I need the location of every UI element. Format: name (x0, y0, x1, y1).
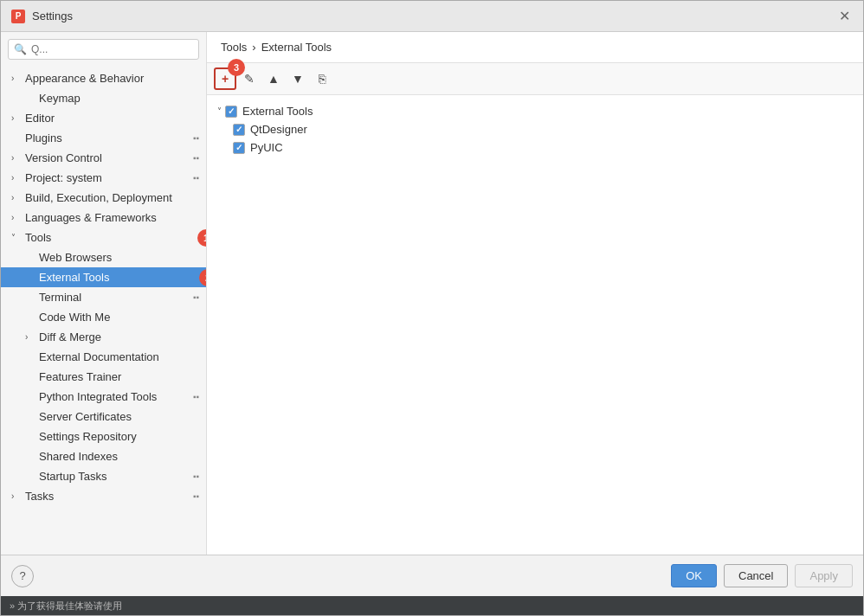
sidebar-item-external-tools[interactable]: External Tools 2 (1, 267, 206, 287)
sidebar-item-editor[interactable]: › Editor (1, 108, 206, 128)
breadcrumb: Tools › External Tools (207, 32, 863, 63)
breadcrumb-separator: › (252, 41, 255, 54)
badge-icon: ▪▪ (193, 292, 199, 302)
sidebar-item-build[interactable]: › Build, Execution, Deployment (1, 188, 206, 208)
sidebar-item-python-integrated[interactable]: Python Integrated Tools ▪▪ (1, 387, 206, 407)
tree-row-external-tools[interactable]: ˅ ✓ External Tools (214, 102, 856, 120)
expand-icon: › (11, 153, 22, 163)
cancel-button[interactable]: Cancel (724, 564, 788, 587)
sidebar-item-diff-merge[interactable]: › Diff & Merge (1, 327, 206, 347)
status-bar: » 为了获得最佳体验请使用 (1, 596, 863, 615)
expand-icon: › (11, 193, 22, 202)
annotation-3: 3 (228, 59, 245, 76)
search-box: 🔍 (8, 39, 199, 60)
sidebar: 🔍 › Appearance & Behavior Keymap › (1, 32, 207, 555)
sidebar-item-settings-repo[interactable]: Settings Repository (1, 427, 206, 446)
app-icon: P (11, 10, 25, 23)
sidebar-item-terminal[interactable]: Terminal ▪▪ (1, 287, 206, 307)
sidebar-item-code-with-me[interactable]: Code With Me (1, 307, 206, 327)
ok-button[interactable]: OK (671, 564, 717, 587)
expand-icon: › (11, 491, 22, 501)
checkbox-external-tools[interactable]: ✓ (225, 106, 237, 118)
tree-row-qtdesigner[interactable]: ✓ QtDesigner (214, 120, 856, 138)
badge-icon: ▪▪ (193, 153, 199, 163)
close-button[interactable]: ✕ (835, 8, 853, 25)
move-up-button[interactable]: ▲ (262, 67, 285, 90)
apply-button[interactable]: Apply (795, 564, 853, 587)
sidebar-item-tasks[interactable]: › Tasks ▪▪ (1, 486, 206, 506)
expand-icon: › (11, 113, 22, 123)
sidebar-item-server-certs[interactable]: Server Certificates (1, 407, 206, 427)
tree-area: ˅ ✓ External Tools ✓ QtDesigner ✓ (207, 95, 863, 555)
sidebar-item-external-docs[interactable]: External Documentation (1, 347, 206, 367)
sidebar-item-plugins[interactable]: Plugins ▪▪ (1, 128, 206, 148)
sidebar-item-shared-indexes[interactable]: Shared Indexes (1, 446, 206, 466)
sidebar-item-languages[interactable]: › Languages & Frameworks (1, 208, 206, 228)
search-input[interactable] (8, 39, 199, 60)
badge-icon: ▪▪ (193, 133, 199, 143)
title-bar: P Settings ✕ (1, 1, 863, 32)
checkbox-pyuic[interactable]: ✓ (233, 142, 245, 154)
settings-dialog: P Settings ✕ 🔍 › Appearance & Behavior (0, 0, 864, 616)
move-down-button[interactable]: ▼ (287, 67, 309, 90)
tree-expand-icon: ˅ (217, 106, 222, 116)
checkbox-qtdesigner[interactable]: ✓ (233, 124, 245, 136)
toolbar: + 3 ✎ ▲ ▼ ⎘ (207, 63, 863, 95)
breadcrumb-current: External Tools (261, 41, 332, 54)
sidebar-item-startup-tasks[interactable]: Startup Tasks ▪▪ (1, 466, 206, 486)
expand-icon: › (11, 74, 22, 83)
window-title: Settings (32, 10, 73, 22)
copy-button[interactable]: ⎘ (311, 67, 333, 90)
badge-icon: ▪▪ (193, 392, 199, 401)
annotation-2: 2 (199, 269, 206, 286)
badge-icon: ▪▪ (193, 491, 199, 501)
sidebar-item-web-browsers[interactable]: Web Browsers (1, 247, 206, 267)
sidebar-item-version-control[interactable]: › Version Control ▪▪ (1, 148, 206, 168)
breadcrumb-parent: Tools (221, 41, 247, 54)
expand-icon: ˅ (11, 233, 22, 242)
sidebar-item-tools[interactable]: ˅ Tools 1 (1, 228, 206, 247)
expand-icon: › (25, 332, 35, 342)
tree-row-pyuic[interactable]: ✓ PyUIC (214, 138, 856, 157)
dialog-footer: ? OK Cancel Apply (1, 555, 863, 596)
title-bar-left: P Settings (11, 10, 73, 23)
sidebar-item-appearance[interactable]: › Appearance & Behavior (1, 68, 206, 88)
status-text: » 为了获得最佳体验请使用 (10, 600, 122, 613)
expand-icon: › (11, 213, 22, 222)
dialog-body: 🔍 › Appearance & Behavior Keymap › (1, 32, 863, 555)
badge-icon: ▪▪ (193, 472, 199, 481)
expand-icon: › (11, 173, 22, 183)
badge-icon: ▪▪ (193, 173, 199, 183)
sidebar-item-keymap[interactable]: Keymap (1, 88, 206, 108)
help-button[interactable]: ? (11, 565, 34, 587)
main-content: Tools › External Tools + 3 ✎ ▲ ▼ ⎘ (207, 32, 863, 555)
sidebar-item-project[interactable]: › Project: system ▪▪ (1, 168, 206, 188)
footer-buttons: OK Cancel Apply (671, 564, 853, 587)
sidebar-item-features-trainer[interactable]: Features Trainer (1, 367, 206, 387)
search-icon: 🔍 (14, 43, 27, 55)
nav-tree: › Appearance & Behavior Keymap › Editor … (1, 67, 206, 555)
